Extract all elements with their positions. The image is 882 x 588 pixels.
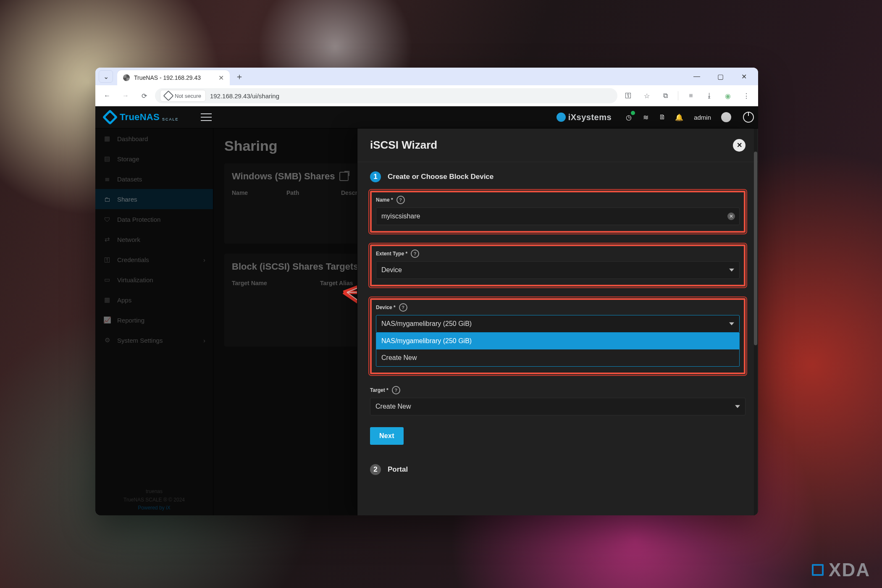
window-minimize-button[interactable]: — xyxy=(686,69,708,84)
nav-forward-button[interactable]: → xyxy=(118,88,133,103)
tab-favicon xyxy=(123,74,130,81)
wizard-scrollbar[interactable] xyxy=(754,129,757,515)
highlight-device-group: Device *? NAS/mygamelibrary (250 GiB) NA… xyxy=(370,298,746,374)
profile-icon[interactable]: ◉ xyxy=(720,88,735,103)
help-icon[interactable]: ? xyxy=(399,303,407,312)
extensions-icon[interactable]: ⧉ xyxy=(658,88,673,103)
iscsi-wizard-panel: iSCSI Wizard ✕ 1 Create or Choose Block … xyxy=(357,129,758,515)
password-key-icon[interactable]: ⚿ xyxy=(621,88,636,103)
url-text: 192.168.29.43/ui/sharing xyxy=(210,92,279,100)
sidebar-dim-overlay xyxy=(95,129,213,515)
highlight-name-group: Name *? myiscsishare ✕ xyxy=(370,191,746,233)
device-option-selected[interactable]: NAS/mygamelibrary (250 GiB) xyxy=(376,333,739,349)
wizard-close-button[interactable]: ✕ xyxy=(733,139,746,152)
main-content: Sharing Windows (SMB) Shares Name Path D… xyxy=(213,129,758,515)
brand-name: TrueNAS xyxy=(120,112,160,123)
extent-type-value: Device xyxy=(381,266,402,274)
help-icon[interactable]: ? xyxy=(411,249,419,258)
tab-close-icon[interactable]: ✕ xyxy=(218,74,224,82)
ix-ball-icon xyxy=(556,113,566,122)
browser-tab[interactable]: TrueNAS - 192.168.29.43 ✕ xyxy=(117,70,230,85)
tab-title: TrueNAS - 192.168.29.43 xyxy=(134,74,201,81)
help-icon[interactable]: ? xyxy=(392,386,400,394)
sidebar: ▦Dashboard ▤Storage ≣Datasets 🗀Shares 🛡D… xyxy=(95,129,213,515)
warning-icon xyxy=(163,90,173,101)
security-chip-label: Not secure xyxy=(175,93,201,99)
highlight-extent-group: Extent Type *? Device xyxy=(370,244,746,286)
target-select-value: Create New xyxy=(375,403,411,410)
step-title-2: Portal xyxy=(388,465,408,474)
help-icon[interactable]: ? xyxy=(396,196,405,204)
app-toolbar: TrueNAS SCALE iXsystems ◷ ≋ 🗎 🔔 admin xyxy=(95,106,758,129)
device-dropdown: NAS/mygamelibrary (250 GiB) Create New xyxy=(376,333,740,367)
ixsystems-label: iXsystems xyxy=(568,113,612,122)
name-input-value: myiscsishare xyxy=(381,213,420,220)
next-button[interactable]: Next xyxy=(370,427,404,445)
user-avatar[interactable] xyxy=(721,112,731,122)
clipboard-icon[interactable]: 🗎 xyxy=(658,113,667,122)
device-option-create-new[interactable]: Create New xyxy=(376,349,739,366)
step-number-2: 2 xyxy=(370,464,381,475)
url-field[interactable]: Not secure 192.168.29.43/ui/sharing xyxy=(155,88,617,103)
bookmark-star-icon[interactable]: ☆ xyxy=(639,88,654,103)
kebab-menu-icon[interactable]: ⋮ xyxy=(739,88,754,103)
window-close-button[interactable]: ✕ xyxy=(733,69,755,84)
ixsystems-badge[interactable]: iXsystems xyxy=(556,113,612,122)
nav-back-button[interactable]: ← xyxy=(100,88,115,103)
brand-logo[interactable]: TrueNAS SCALE xyxy=(100,112,179,123)
window-maximize-button[interactable]: ▢ xyxy=(709,69,731,84)
status-icon[interactable]: ◷ xyxy=(624,113,633,122)
clear-input-icon[interactable]: ✕ xyxy=(727,213,735,220)
device-option-label: Create New xyxy=(381,354,417,362)
extent-type-select[interactable]: Device xyxy=(376,261,740,279)
new-tab-button[interactable]: ＋ xyxy=(233,70,246,83)
brand-subtitle: SCALE xyxy=(162,117,179,121)
power-button[interactable] xyxy=(743,112,754,123)
downloads-icon[interactable]: ⭳ xyxy=(702,88,717,103)
target-label: Target * xyxy=(370,387,388,393)
tab-search-chevron[interactable]: ⌄ xyxy=(99,70,113,83)
target-select[interactable]: Create New xyxy=(370,398,746,415)
browser-titlebar: ⌄ TrueNAS - 192.168.29.43 ✕ ＋ — ▢ ✕ xyxy=(95,68,758,85)
name-input[interactable]: myiscsishare ✕ xyxy=(376,207,740,225)
security-chip[interactable]: Not secure xyxy=(160,90,206,102)
step-number-1: 1 xyxy=(370,171,381,182)
sidebar-toggle-button[interactable] xyxy=(201,113,212,121)
step-title-1: Create or Choose Block Device xyxy=(388,173,494,181)
device-select-value: NAS/mygamelibrary (250 GiB) xyxy=(381,320,472,328)
nav-reload-button[interactable]: ⟳ xyxy=(136,88,152,103)
bell-icon[interactable]: 🔔 xyxy=(675,113,684,122)
wizard-title: iSCSI Wizard xyxy=(370,139,437,152)
device-option-label: NAS/mygamelibrary (250 GiB) xyxy=(381,337,472,345)
device-label: Device * xyxy=(376,304,396,310)
source-watermark: XDA xyxy=(812,559,870,580)
app-body: ▦Dashboard ▤Storage ≣Datasets 🗀Shares 🛡D… xyxy=(95,129,758,515)
extent-type-label: Extent Type * xyxy=(376,251,407,257)
device-select[interactable]: NAS/mygamelibrary (250 GiB) xyxy=(376,315,740,333)
truenas-app: TrueNAS SCALE iXsystems ◷ ≋ 🗎 🔔 admin ▦D… xyxy=(95,106,758,515)
browser-address-bar: ← → ⟳ Not secure 192.168.29.43/ui/sharin… xyxy=(95,85,758,107)
reading-list-icon[interactable]: ≡ xyxy=(683,88,698,103)
truenas-logo-icon xyxy=(102,110,118,125)
layers-icon[interactable]: ≋ xyxy=(641,113,650,122)
username-label: admin xyxy=(694,114,711,121)
name-label: Name * xyxy=(376,197,393,203)
browser-window: ⌄ TrueNAS - 192.168.29.43 ✕ ＋ — ▢ ✕ ← → … xyxy=(95,68,758,515)
